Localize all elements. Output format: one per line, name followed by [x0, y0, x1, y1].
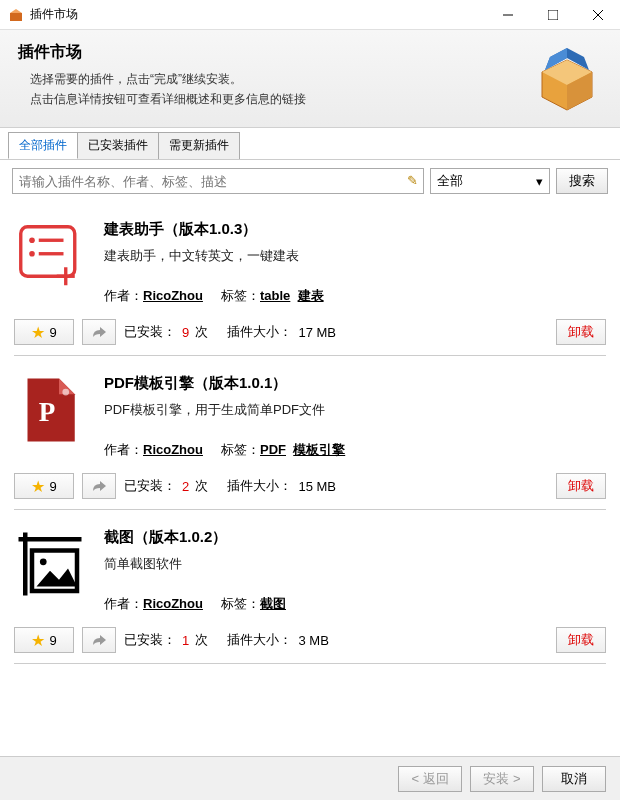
author-link[interactable]: RicoZhou	[143, 288, 203, 303]
box-icon	[532, 42, 602, 115]
plugin-meta: 作者：RicoZhou 标签：table 建表	[104, 287, 606, 305]
maximize-button[interactable]	[530, 0, 575, 30]
plugin-title: 截图（版本1.0.2）	[104, 528, 606, 547]
plugin-item: 建表助手（版本1.0.3） 建表助手，中文转英文，一键建表 作者：RicoZho…	[14, 202, 606, 356]
tag-link[interactable]: PDF	[260, 442, 286, 457]
search-button[interactable]: 搜索	[556, 168, 608, 194]
install-info: 已安装：9次 插件大小：17 MB	[124, 323, 336, 341]
star-count: 9	[49, 325, 56, 340]
share-button[interactable]	[82, 319, 116, 345]
titlebar: 插件市场	[0, 0, 620, 30]
filter-select[interactable]: 全部 ▾	[430, 168, 550, 194]
author-link[interactable]: RicoZhou	[143, 442, 203, 457]
app-icon	[8, 7, 24, 23]
close-button[interactable]	[575, 0, 620, 30]
plugin-item: P PDF模板引擎（版本1.0.1） PDF模板引擎，用于生成简单PDF文件 作…	[14, 356, 606, 510]
plugin-icon	[14, 220, 86, 292]
window-controls	[485, 0, 620, 30]
share-icon	[91, 479, 107, 493]
share-icon	[91, 633, 107, 647]
plugin-icon	[14, 528, 86, 600]
tab-all[interactable]: 全部插件	[8, 132, 78, 159]
install-info: 已安装：2次 插件大小：15 MB	[124, 477, 336, 495]
minimize-button[interactable]	[485, 0, 530, 30]
plugin-desc: 建表助手，中文转英文，一键建表	[104, 247, 606, 265]
svg-rect-0	[10, 13, 22, 21]
share-button[interactable]	[82, 473, 116, 499]
cancel-button[interactable]: 取消	[542, 766, 606, 792]
uninstall-button[interactable]: 卸载	[556, 473, 606, 499]
tag-link[interactable]: 模板引擎	[293, 442, 345, 457]
svg-point-19	[62, 389, 69, 396]
install-button[interactable]: 安装 >	[470, 766, 534, 792]
tag-link[interactable]: table	[260, 288, 290, 303]
author-link[interactable]: RicoZhou	[143, 596, 203, 611]
plugin-item: 截图（版本1.0.2） 简单截图软件 作者：RicoZhou 标签：截图 ★9 …	[14, 510, 606, 664]
chevron-down-icon: ▾	[536, 174, 543, 189]
search-row: ✎ 全部 ▾ 搜索	[0, 159, 620, 202]
header: 插件市场 选择需要的插件，点击“完成”继续安装。 点击信息详情按钮可查看详细概述…	[0, 30, 620, 128]
star-button[interactable]: ★9	[14, 319, 74, 345]
tab-installed[interactable]: 已安装插件	[77, 132, 159, 159]
svg-marker-1	[10, 9, 22, 13]
plugin-meta: 作者：RicoZhou 标签：截图	[104, 595, 606, 613]
plugin-icon: P	[14, 374, 86, 446]
tag-link[interactable]: 截图	[260, 596, 286, 611]
star-button[interactable]: ★9	[14, 473, 74, 499]
uninstall-button[interactable]: 卸载	[556, 319, 606, 345]
plugin-desc: PDF模板引擎，用于生成简单PDF文件	[104, 401, 606, 419]
svg-rect-3	[548, 10, 558, 20]
svg-text:P: P	[39, 397, 56, 427]
plugin-desc: 简单截图软件	[104, 555, 606, 573]
svg-marker-24	[37, 569, 78, 587]
install-info: 已安装：1次 插件大小：3 MB	[124, 631, 329, 649]
star-icon: ★	[31, 477, 45, 496]
star-button[interactable]: ★9	[14, 627, 74, 653]
window-title: 插件市场	[30, 6, 485, 23]
header-subtitle-1: 选择需要的插件，点击“完成”继续安装。	[18, 69, 532, 89]
share-button[interactable]	[82, 627, 116, 653]
tab-updates[interactable]: 需更新插件	[158, 132, 240, 159]
plugin-meta: 作者：RicoZhou 标签：PDF 模板引擎	[104, 441, 606, 459]
footer: < 返回 安装 > 取消	[0, 756, 620, 800]
star-count: 9	[49, 479, 56, 494]
back-button[interactable]: < 返回	[398, 766, 462, 792]
header-title: 插件市场	[18, 42, 532, 63]
svg-point-12	[29, 237, 35, 243]
plugin-title: PDF模板引擎（版本1.0.1）	[104, 374, 606, 393]
pencil-icon: ✎	[407, 173, 418, 188]
uninstall-button[interactable]: 卸载	[556, 627, 606, 653]
svg-point-23	[40, 558, 47, 565]
plugin-title: 建表助手（版本1.0.3）	[104, 220, 606, 239]
share-icon	[91, 325, 107, 339]
tag-link[interactable]: 建表	[298, 288, 324, 303]
tab-bar: 全部插件 已安装插件 需更新插件	[0, 128, 620, 159]
search-input[interactable]	[12, 168, 424, 194]
star-icon: ★	[31, 323, 45, 342]
filter-value: 全部	[437, 172, 463, 190]
star-count: 9	[49, 633, 56, 648]
plugin-list: 建表助手（版本1.0.3） 建表助手，中文转英文，一键建表 作者：RicoZho…	[0, 202, 620, 664]
header-subtitle-2: 点击信息详情按钮可查看详细概述和更多信息的链接	[18, 89, 532, 109]
svg-point-14	[29, 251, 35, 257]
star-icon: ★	[31, 631, 45, 650]
